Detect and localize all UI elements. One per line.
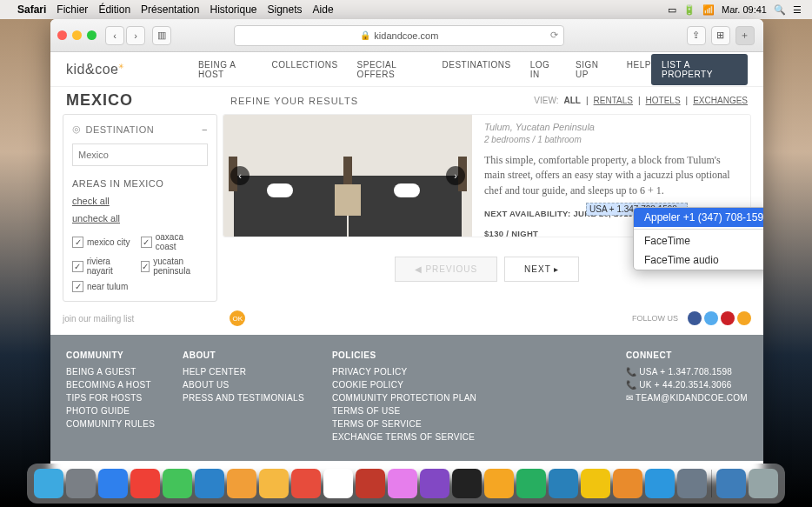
- dock-app-1[interactable]: [66, 469, 96, 498]
- sidebar-button[interactable]: ▥: [152, 26, 171, 45]
- cb-riviera[interactable]: riviera nayarit: [72, 257, 137, 276]
- dock-app-20[interactable]: [677, 469, 707, 498]
- nav-destinations[interactable]: DESTINATIONS: [443, 60, 511, 79]
- dock-app-11[interactable]: [388, 469, 417, 498]
- footer-link[interactable]: PRIVACY POLICY: [332, 367, 476, 377]
- uncheck-all-link[interactable]: uncheck all: [72, 213, 208, 223]
- footer-link[interactable]: TERMS OF SERVICE: [332, 419, 476, 429]
- footer-link[interactable]: ABOUT US: [183, 380, 304, 390]
- dock-app-6[interactable]: [227, 469, 256, 498]
- pinterest-icon[interactable]: [721, 311, 735, 325]
- nav-login[interactable]: LOG IN: [530, 60, 556, 79]
- phone-usa[interactable]: 📞 USA + 1.347.708.1598: [626, 367, 748, 377]
- cb-tulum[interactable]: near tulum: [72, 281, 137, 292]
- footer-link[interactable]: COMMUNITY PROTECTION PLAN: [332, 393, 476, 403]
- cb-mexico-city[interactable]: mexico city: [72, 232, 137, 251]
- dock-app-17[interactable]: [581, 469, 610, 498]
- footer-link[interactable]: TIPS FOR HOSTS: [66, 393, 155, 403]
- cb-oaxaca[interactable]: oaxaca coast: [141, 232, 206, 251]
- footer-link[interactable]: PHOTO GUIDE: [66, 406, 155, 416]
- airplay-icon[interactable]: ▭: [668, 4, 676, 16]
- view-rentals[interactable]: RENTALS: [594, 96, 633, 105]
- dock-app-14[interactable]: [484, 469, 514, 498]
- share-button[interactable]: ⇪: [687, 26, 706, 45]
- site-logo[interactable]: kid&coe✳: [66, 62, 125, 77]
- back-button[interactable]: ‹: [105, 26, 124, 45]
- dock-app-19[interactable]: [645, 469, 675, 498]
- property-photo[interactable]: ‹ ›: [223, 115, 472, 237]
- dock-app-16[interactable]: [549, 469, 578, 498]
- dock-app-22[interactable]: [749, 469, 778, 498]
- forward-button[interactable]: ›: [126, 26, 145, 45]
- twitter-icon[interactable]: [704, 311, 718, 325]
- spotlight-icon[interactable]: 🔍: [774, 4, 786, 16]
- safari-toolbar: ‹ › ▥ 🔒 kidandcoe.com ⟳ ⇪ ⊞ ＋: [50, 19, 763, 52]
- menu-edit[interactable]: Édition: [98, 3, 130, 16]
- instagram-icon[interactable]: [737, 311, 751, 325]
- footer-link[interactable]: HELP CENTER: [183, 367, 304, 377]
- reload-icon[interactable]: ⟳: [550, 30, 558, 41]
- minus-icon[interactable]: −: [202, 124, 208, 135]
- dock-app-12[interactable]: [420, 469, 449, 498]
- view-exchanges[interactable]: EXCHANGES: [693, 96, 748, 105]
- facebook-icon[interactable]: [688, 311, 702, 325]
- wifi-icon[interactable]: 📶: [702, 4, 715, 16]
- traffic-lights[interactable]: [57, 30, 97, 40]
- next-button[interactable]: NEXT ▸: [504, 257, 579, 282]
- dock-app-7[interactable]: [259, 469, 289, 498]
- battery-icon[interactable]: 🔋: [683, 4, 696, 16]
- nav-collections[interactable]: COLLECTIONS: [272, 60, 338, 79]
- dock-app-21[interactable]: [716, 469, 746, 498]
- dock-app-0[interactable]: [34, 469, 63, 498]
- menu-file[interactable]: Fichier: [57, 3, 88, 16]
- dock-app-2[interactable]: [98, 469, 128, 498]
- dock-app-10[interactable]: [356, 469, 385, 498]
- dock-app-18[interactable]: [613, 469, 642, 498]
- mailing-placeholder[interactable]: join our mailing list: [63, 314, 134, 324]
- dock-app-13[interactable]: [452, 469, 482, 498]
- phone-uk[interactable]: 📞 UK + 44.20.3514.3066: [626, 380, 748, 390]
- view-all[interactable]: ALL: [564, 96, 581, 105]
- app-name[interactable]: Safari: [17, 3, 46, 16]
- footer-community: COMMUNITY BEING A GUEST BECOMING A HOST …: [66, 350, 155, 445]
- cb-yucatan[interactable]: yucatan peninsula: [141, 257, 206, 276]
- destination-heading[interactable]: DESTINATION−: [72, 123, 208, 135]
- new-tab-button[interactable]: ＋: [735, 26, 755, 45]
- carousel-prev-icon[interactable]: ‹: [230, 166, 250, 185]
- menu-bookmarks[interactable]: Signets: [268, 3, 303, 16]
- footer-link[interactable]: BEING A GUEST: [66, 367, 155, 377]
- ctx-call-iphone[interactable]: Appeler +1 (347) 708-1598 depuis l'iPhon…: [634, 208, 763, 227]
- ctx-facetime-audio[interactable]: FaceTime audio: [634, 250, 763, 270]
- nav-host[interactable]: BEING A HOST: [198, 60, 253, 79]
- mailing-ok-button[interactable]: OK: [230, 310, 245, 326]
- clock[interactable]: Mar. 09:41: [722, 4, 767, 15]
- control-center-icon[interactable]: ☰: [793, 4, 802, 16]
- menu-view[interactable]: Présentation: [141, 3, 199, 16]
- dock-app-9[interactable]: [323, 469, 353, 498]
- dock-app-5[interactable]: [195, 469, 224, 498]
- footer-link[interactable]: TERMS OF USE: [332, 406, 476, 416]
- footer-link[interactable]: EXCHANGE TERMS OF SERVICE: [332, 432, 476, 442]
- address-bar[interactable]: 🔒 kidandcoe.com ⟳: [234, 25, 564, 46]
- list-property-button[interactable]: LIST A PROPERTY: [651, 54, 748, 85]
- dock-app-15[interactable]: [516, 469, 546, 498]
- nav-help[interactable]: HELP: [627, 60, 651, 79]
- carousel-next-icon[interactable]: ›: [446, 166, 465, 185]
- dock-app-3[interactable]: [130, 469, 160, 498]
- view-hotels[interactable]: HOTELS: [646, 96, 681, 105]
- dock-app-4[interactable]: [163, 469, 192, 498]
- menu-history[interactable]: Historique: [210, 3, 256, 16]
- tabs-button[interactable]: ⊞: [711, 26, 730, 45]
- footer-link[interactable]: BECOMING A HOST: [66, 380, 155, 390]
- check-all-link[interactable]: check all: [72, 196, 208, 206]
- footer-link[interactable]: PRESS AND TESTIMONIALS: [183, 393, 304, 403]
- email[interactable]: ✉ TEAM@KIDANDCOE.COM: [626, 393, 748, 403]
- footer-link[interactable]: COMMUNITY RULES: [66, 419, 155, 429]
- ctx-facetime[interactable]: FaceTime: [634, 231, 763, 250]
- nav-offers[interactable]: SPECIAL OFFERS: [357, 60, 423, 79]
- nav-signup[interactable]: SIGN UP: [576, 60, 608, 79]
- dock-app-8[interactable]: [291, 469, 321, 498]
- footer-link[interactable]: COOKIE POLICY: [332, 380, 476, 390]
- menu-help[interactable]: Aide: [313, 3, 334, 16]
- destination-input[interactable]: [72, 143, 208, 166]
